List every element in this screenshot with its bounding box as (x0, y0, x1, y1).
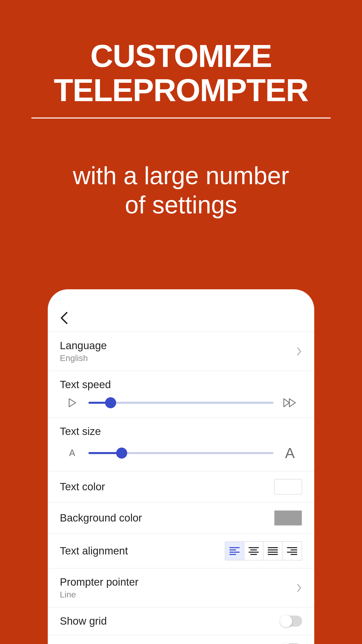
toggle-knob (280, 615, 292, 627)
align-right-icon (287, 547, 297, 555)
slider-text-speed[interactable] (88, 398, 274, 408)
settings-list: Language English Text speed (48, 332, 314, 644)
row-text-alignment: Text alignment (48, 534, 314, 569)
label-language: Language (60, 340, 296, 352)
big-a-icon: A (281, 445, 299, 461)
fast-forward-icon (281, 398, 299, 408)
align-left-icon (230, 547, 240, 555)
hero-title-line2: TELEPROMPTER (0, 73, 362, 107)
row-text-speed: Text speed (48, 371, 314, 418)
chevron-left-icon (60, 312, 68, 324)
label-background-color: Background color (60, 512, 142, 524)
align-justify-button[interactable] (263, 542, 283, 560)
swatch-text-color[interactable] (274, 479, 302, 495)
row-prompter-pointer[interactable]: Prompter pointer Line (48, 569, 314, 608)
align-left-button[interactable] (225, 542, 244, 560)
chevron-right-icon (296, 347, 302, 356)
play-slow-icon (63, 398, 81, 408)
row-show-grid: Show grid (48, 608, 314, 635)
row-language[interactable]: Language English (48, 332, 314, 371)
label-prompter-pointer: Prompter pointer (60, 576, 296, 588)
svg-marker-1 (284, 399, 289, 407)
small-a-icon: A (63, 448, 81, 458)
align-justify-icon (268, 547, 278, 555)
topbar (48, 312, 314, 332)
alignment-options (225, 541, 302, 560)
label-text-size: Text size (60, 425, 302, 437)
hero-divider (31, 117, 331, 118)
align-center-button[interactable] (244, 542, 263, 560)
svg-marker-2 (289, 399, 295, 407)
hero-sub-line2: of settings (0, 190, 362, 220)
toggle-knob (280, 643, 292, 644)
label-text-speed: Text speed (60, 379, 302, 391)
value-language: English (60, 353, 296, 363)
svg-marker-0 (69, 399, 76, 407)
hero-title-line1: CUSTOMIZE (0, 39, 362, 73)
row-background-color[interactable]: Background color (48, 503, 314, 534)
label-show-grid: Show grid (60, 615, 107, 627)
align-center-icon (249, 547, 259, 555)
promo-header: CUSTOMIZE TELEPROMPTER with a large numb… (0, 0, 362, 219)
value-prompter-pointer: Line (60, 590, 296, 599)
back-button[interactable] (60, 312, 302, 324)
label-flip-horizontally: Flip horizontally (60, 643, 133, 644)
hero-sub-line1: with a large number (0, 161, 362, 190)
slider-text-size[interactable] (88, 448, 274, 458)
toggle-show-grid[interactable] (281, 616, 302, 627)
row-flip-horizontally: Flip horizontally (48, 635, 314, 644)
label-text-color: Text color (60, 481, 105, 493)
label-text-alignment: Text alignment (60, 545, 128, 557)
swatch-background-color[interactable] (274, 510, 302, 526)
row-text-color[interactable]: Text color (48, 471, 314, 503)
settings-screen: Language English Text speed (48, 289, 314, 644)
align-right-button[interactable] (283, 542, 302, 560)
chevron-right-icon (296, 583, 302, 592)
row-text-size: Text size A A (48, 418, 314, 471)
